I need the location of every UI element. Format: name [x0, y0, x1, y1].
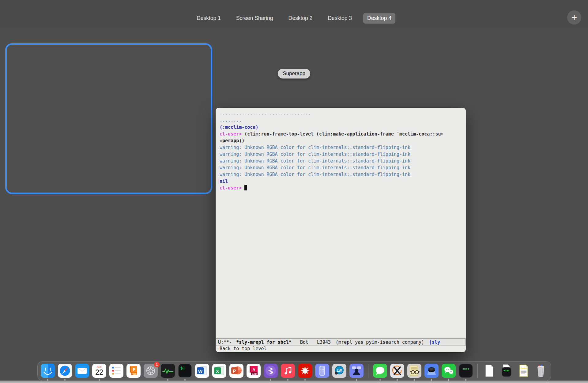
repl-line: ........	[220, 117, 464, 124]
repl-line: warning: Unknown RGBA color for clim-int…	[220, 171, 464, 178]
music-icon	[281, 364, 295, 378]
texshop-icon	[407, 364, 421, 378]
dock-icon-mail[interactable]	[75, 364, 89, 381]
repl-text: cl-user>	[220, 131, 242, 137]
svg-text:22: 22	[95, 368, 103, 376]
trash-icon	[534, 364, 548, 378]
wechat-icon	[442, 364, 456, 378]
repl-text: .................................	[220, 111, 311, 117]
repl-line: cl-user> (clim:run-frame-top-level (clim…	[220, 131, 464, 137]
modeline-position: Bot	[300, 339, 308, 345]
mail-icon	[75, 364, 89, 378]
dock-icon-powerpoint[interactable]: P	[229, 364, 243, 381]
dock-icon-music[interactable]	[281, 364, 295, 381]
dock-icon-safari[interactable]	[58, 364, 72, 381]
dock-icon-calendar[interactable]: Sun22	[92, 364, 106, 381]
dock-icon-activity-monitor[interactable]	[161, 364, 175, 381]
desktop-edge-strip	[0, 381, 588, 383]
file-plain-icon	[482, 364, 496, 378]
lispworks-icon: LW	[332, 364, 346, 378]
messages-icon	[373, 364, 387, 378]
dock-icon-exec-app[interactable]: exec	[459, 364, 473, 381]
file-exec-icon: exec	[499, 364, 514, 378]
dock-icon-word[interactable]: W	[195, 364, 209, 381]
exec-app-icon: exec	[459, 364, 473, 378]
dock-icon-screen-sharing[interactable]	[349, 364, 364, 381]
svg-text:X: X	[216, 369, 219, 374]
spaces-tab-strip: Desktop 1Screen SharingDesktop 2Desktop …	[0, 13, 588, 24]
dock-icon-fusion-360[interactable]: FFUS	[126, 364, 141, 381]
dock-icon-file-plain[interactable]	[482, 364, 496, 381]
dock-icon-iphone-mirroring[interactable]	[315, 364, 329, 381]
repl-text: warning: Unknown RGBA color for clim-int…	[220, 165, 410, 170]
svg-text:P: P	[233, 369, 236, 373]
dock-icon-wechat[interactable]	[442, 364, 456, 381]
dock-icon-reminders[interactable]	[109, 364, 123, 381]
screen-sharing-icon	[349, 364, 364, 378]
repl-buffer[interactable]: ........................................…	[220, 110, 464, 191]
repl-text: ........	[220, 118, 242, 123]
modeline-line-number: L3943	[317, 339, 331, 345]
autocad-icon: ACAD	[247, 364, 261, 378]
window-preview-title: Superapp	[278, 69, 310, 79]
iphone-mirroring-icon	[315, 364, 329, 378]
dock-icon-messages[interactable]	[373, 364, 387, 381]
modeline-state: U:**-	[218, 339, 232, 345]
window-preview-superapp[interactable]	[5, 43, 212, 194]
svg-text:CAD: CAD	[252, 373, 257, 375]
svg-text:F: F	[133, 367, 136, 372]
space-tab-desktop-1[interactable]: Desktop 1	[193, 13, 225, 24]
dock-icon-finder[interactable]	[41, 364, 55, 381]
space-tab-screen-sharing[interactable]: Screen Sharing	[232, 13, 277, 24]
excel-icon: X	[212, 364, 226, 378]
finder-icon	[41, 364, 55, 378]
reminders-icon	[109, 364, 123, 378]
emacs-window[interactable]: ........................................…	[216, 108, 466, 352]
repl-line: warning: Unknown RGBA color for clim-int…	[220, 144, 464, 151]
file-document-icon	[517, 364, 531, 378]
mode-line[interactable]: U:**- *sly-mrepl for sbcl* Bot L3943 (mr…	[216, 338, 466, 346]
repl-text: «	[220, 138, 222, 144]
repl-line: warning: Unknown RGBA color for clim-int…	[220, 164, 464, 171]
repl-text: (clim:run-frame-top-level (clim:make-app…	[244, 131, 441, 137]
repl-line: .................................	[220, 110, 464, 117]
modeline-sly-indicator: [sly	[429, 339, 440, 345]
space-tab-desktop-4[interactable]: Desktop 4	[363, 13, 395, 24]
space-tab-desktop-2[interactable]: Desktop 2	[285, 13, 317, 24]
repl-text	[242, 185, 244, 191]
word-icon: W	[195, 364, 209, 378]
repl-text: perapp))	[222, 138, 244, 144]
dock-icon-xquartz[interactable]	[390, 364, 404, 381]
dock-icon-trash[interactable]	[534, 364, 548, 381]
fusion-360-icon: FFUS	[126, 364, 141, 378]
repl-text: warning: Unknown RGBA color for clim-int…	[220, 145, 410, 150]
dock-icon-file-exec[interactable]: exec	[499, 364, 514, 381]
svg-text:exec: exec	[503, 369, 509, 372]
dock-icon-emacs[interactable]	[264, 364, 278, 381]
dock-icon-digitalcolor-meter[interactable]	[424, 364, 439, 381]
dock-icon-lispworks[interactable]: LW	[332, 364, 346, 381]
xquartz-icon	[390, 364, 404, 378]
mathematica-icon	[298, 364, 312, 378]
space-tab-desktop-3[interactable]: Desktop 3	[324, 13, 356, 24]
activity-monitor-icon	[161, 364, 175, 378]
dock-separator	[477, 364, 478, 378]
dock-icon-autocad[interactable]: ACAD	[247, 364, 261, 381]
emacs-icon	[264, 364, 278, 378]
powerpoint-icon: P	[229, 364, 243, 378]
repl-text: »	[441, 131, 443, 137]
dock-icon-file-document[interactable]	[517, 364, 531, 381]
dock-icon-mathematica[interactable]	[298, 364, 312, 381]
dock-icon-system-settings[interactable]: 1	[144, 364, 158, 381]
repl-line: «perapp))	[220, 137, 464, 144]
repl-line: warning: Unknown RGBA color for clim-int…	[220, 158, 464, 164]
dock: Sun22FFUS1$|WXPACADLWexecexec	[37, 361, 551, 381]
svg-text:LW: LW	[337, 369, 342, 372]
dock-icon-excel[interactable]: X	[212, 364, 226, 381]
dock-icon-terminal[interactable]: $|	[178, 364, 192, 381]
repl-text: nil	[220, 178, 228, 184]
dock-icon-texshop[interactable]	[407, 364, 421, 381]
add-space-button[interactable]: +	[567, 10, 581, 25]
svg-text:$|: $|	[180, 366, 185, 370]
svg-text:exec: exec	[462, 367, 469, 370]
